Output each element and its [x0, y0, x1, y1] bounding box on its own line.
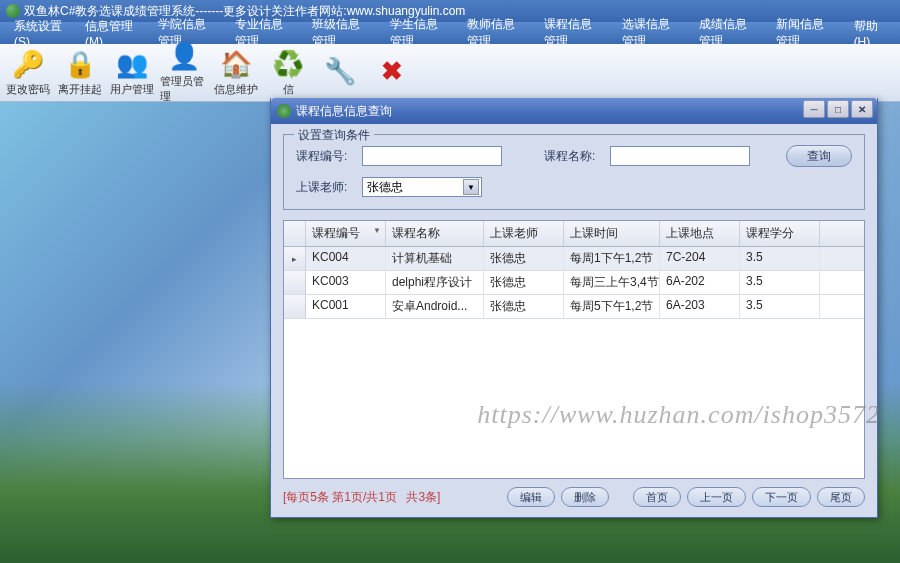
- dialog-footer: [每页5条 第1页/共1页 共3条] 编辑 删除 首页 上一页 下一页 尾页: [283, 479, 865, 507]
- teacher-select-value: 张德忠: [367, 179, 403, 196]
- toolbar-label: 更改密码: [6, 82, 50, 97]
- cell-place: 6A-202: [660, 271, 740, 294]
- row-indicator: [284, 271, 306, 294]
- prev-page-button[interactable]: 上一页: [687, 487, 746, 507]
- course-query-dialog: 课程信息信息查询 ─ □ ✕ 设置查询条件 课程编号: 课程名称: 查询 上课老…: [270, 98, 878, 518]
- fieldset-legend: 设置查询条件: [294, 127, 374, 144]
- maximize-button[interactable]: □: [827, 100, 849, 118]
- col-teacher[interactable]: 上课老师: [484, 221, 564, 246]
- row-indicator: ▸: [284, 247, 306, 270]
- dialog-body: 设置查询条件 课程编号: 课程名称: 查询 上课老师: 张德忠 ▼: [271, 124, 877, 517]
- row-indicator: [284, 295, 306, 318]
- table-row[interactable]: KC003delphi程序设计张德忠每周三上午3,4节6A-2023.5: [284, 271, 864, 295]
- toolbar-label: 离开挂起: [58, 82, 102, 97]
- course-id-label: 课程编号:: [296, 148, 354, 165]
- next-page-button[interactable]: 下一页: [752, 487, 811, 507]
- cell-time: 每周5下午1,2节: [564, 295, 660, 318]
- query-conditions-fieldset: 设置查询条件 课程编号: 课程名称: 查询 上课老师: 张德忠 ▼: [283, 134, 865, 210]
- key-icon: 🔑: [12, 48, 44, 80]
- chevron-down-icon: ▼: [463, 179, 479, 195]
- dialog-titlebar[interactable]: 课程信息信息查询 ─ □ ✕: [271, 98, 877, 124]
- cell-course-name: 计算机基础: [386, 247, 484, 270]
- toolbar-label: 管理员管理: [160, 74, 208, 104]
- toolbar-label: 信: [283, 82, 294, 97]
- toolbar-label: 用户管理: [110, 82, 154, 97]
- course-name-input[interactable]: [610, 146, 750, 166]
- col-credit[interactable]: 课程学分: [740, 221, 820, 246]
- menubar: 系统设置(S) 信息管理(M) 学院信息管理 专业信息管理 班级信息管理 学生信…: [0, 22, 900, 44]
- close-x-icon: ✖: [376, 56, 408, 88]
- toolbar-close[interactable]: ✖: [368, 47, 416, 99]
- grid-header: 课程编号▼ 课程名称 上课老师 上课时间 上课地点 课程学分: [284, 221, 864, 247]
- toolbar-info-maintain[interactable]: 🏠 信息维护: [212, 47, 260, 99]
- delete-button[interactable]: 删除: [561, 487, 609, 507]
- wrench-icon: 🔧: [324, 56, 356, 88]
- first-page-button[interactable]: 首页: [633, 487, 681, 507]
- grid-corner: [284, 221, 306, 246]
- dialog-title: 课程信息信息查询: [296, 103, 392, 120]
- teacher-label: 上课老师:: [296, 179, 354, 196]
- cell-time: 每周1下午1,2节: [564, 247, 660, 270]
- last-page-button[interactable]: 尾页: [817, 487, 865, 507]
- admin-icon: 👤: [168, 41, 200, 72]
- cell-course-id: KC003: [306, 271, 386, 294]
- col-course-id[interactable]: 课程编号▼: [306, 221, 386, 246]
- cell-teacher: 张德忠: [484, 295, 564, 318]
- toolbar-refresh[interactable]: ♻️ 信: [264, 47, 312, 99]
- toolbar-suspend[interactable]: 🔒 离开挂起: [56, 47, 104, 99]
- cell-time: 每周三上午3,4节: [564, 271, 660, 294]
- cell-place: 6A-203: [660, 295, 740, 318]
- users-icon: 👥: [116, 48, 148, 80]
- toolbar-tools[interactable]: 🔧: [316, 47, 364, 99]
- toolbar-admin-mgmt[interactable]: 👤 管理员管理: [160, 47, 208, 99]
- close-button[interactable]: ✕: [851, 100, 873, 118]
- toolbar-label: 信息维护: [214, 82, 258, 97]
- table-row[interactable]: ▸KC004计算机基础张德忠每周1下午1,2节7C-2043.5: [284, 247, 864, 271]
- lock-icon: 🔒: [64, 48, 96, 80]
- col-time[interactable]: 上课时间: [564, 221, 660, 246]
- toolbar-change-password[interactable]: 🔑 更改密码: [4, 47, 52, 99]
- table-row[interactable]: KC001安卓Android...张德忠每周5下午1,2节6A-2033.5: [284, 295, 864, 319]
- cell-course-id: KC004: [306, 247, 386, 270]
- teacher-select[interactable]: 张德忠 ▼: [362, 177, 482, 197]
- pager-buttons: 编辑 删除 首页 上一页 下一页 尾页: [507, 487, 865, 507]
- col-course-name[interactable]: 课程名称: [386, 221, 484, 246]
- cell-place: 7C-204: [660, 247, 740, 270]
- col-place[interactable]: 上课地点: [660, 221, 740, 246]
- pager-info: [每页5条 第1页/共1页 共3条]: [283, 489, 446, 506]
- cell-teacher: 张德忠: [484, 247, 564, 270]
- course-grid: 课程编号▼ 课程名称 上课老师 上课时间 上课地点 课程学分 ▸KC004计算机…: [283, 220, 865, 479]
- home-icon: 🏠: [220, 48, 252, 80]
- cell-credit: 3.5: [740, 295, 820, 318]
- cell-course-name: delphi程序设计: [386, 271, 484, 294]
- refresh-icon: ♻️: [272, 48, 304, 80]
- cell-course-id: KC001: [306, 295, 386, 318]
- cell-credit: 3.5: [740, 247, 820, 270]
- course-name-label: 课程名称:: [544, 148, 602, 165]
- cell-credit: 3.5: [740, 271, 820, 294]
- dialog-window-controls: ─ □ ✕: [803, 100, 873, 118]
- cell-teacher: 张德忠: [484, 271, 564, 294]
- toolbar: 🔑 更改密码 🔒 离开挂起 👥 用户管理 👤 管理员管理 🏠 信息维护 ♻️ 信…: [0, 44, 900, 102]
- dialog-icon: [277, 104, 291, 118]
- edit-button[interactable]: 编辑: [507, 487, 555, 507]
- course-id-input[interactable]: [362, 146, 502, 166]
- sort-desc-icon: ▼: [373, 226, 381, 235]
- minimize-button[interactable]: ─: [803, 100, 825, 118]
- toolbar-user-mgmt[interactable]: 👥 用户管理: [108, 47, 156, 99]
- cell-course-name: 安卓Android...: [386, 295, 484, 318]
- query-button[interactable]: 查询: [786, 145, 852, 167]
